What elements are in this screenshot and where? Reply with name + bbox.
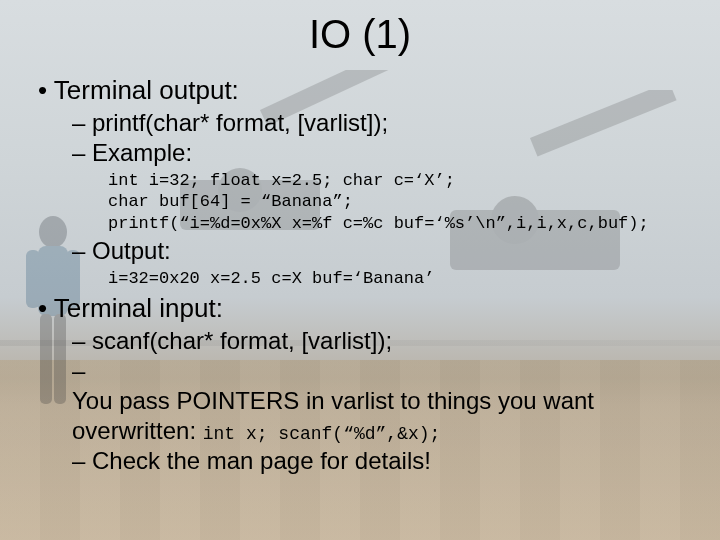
sub-output-label: Output:	[72, 236, 690, 266]
bullet-list: Terminal output: printf(char* format, [v…	[38, 75, 690, 476]
bullet-terminal-input: Terminal input: scanf(char* format, [var…	[38, 293, 690, 476]
slide-content: IO (1) Terminal output: printf(char* for…	[0, 0, 720, 476]
slide: IO (1) Terminal output: printf(char* for…	[0, 0, 720, 540]
code-line-3: printf(“i=%d=0x%X x=%f c=%c buf=‘%s’\n”,…	[108, 213, 690, 234]
sub-list-input: scanf(char* format, [varlist]); You pass…	[72, 326, 690, 476]
sub-printf-sig: printf(char* format, [varlist]);	[72, 108, 690, 138]
sub-pointers: You pass POINTERS in varlist to things y…	[72, 356, 690, 446]
sub-list-output-2: Output:	[72, 236, 690, 266]
code-output: i=32=0x20 x=2.5 c=X buf=‘Banana’	[108, 268, 690, 289]
code-line-1: int i=32; float x=2.5; char c=‘X’;	[108, 170, 690, 191]
bullet-label: Terminal output:	[54, 75, 239, 105]
sub-example-label: Example:	[72, 138, 690, 168]
sub-pointers-text: You pass POINTERS in varlist to things y…	[72, 386, 690, 446]
sub-scanf-sig: scanf(char* format, [varlist]);	[72, 326, 690, 356]
sub-manpage: Check the man page for details!	[72, 446, 690, 476]
code-line-2: char buf[64] = “Banana”;	[108, 191, 690, 212]
sub-list-output: printf(char* format, [varlist]); Example…	[72, 108, 690, 168]
slide-title: IO (1)	[30, 12, 690, 57]
bullet-terminal-output: Terminal output: printf(char* format, [v…	[38, 75, 690, 289]
sub-pointers-code: int x; scanf(“%d”,&x);	[203, 424, 441, 444]
bullet-label-input: Terminal input:	[54, 293, 223, 323]
